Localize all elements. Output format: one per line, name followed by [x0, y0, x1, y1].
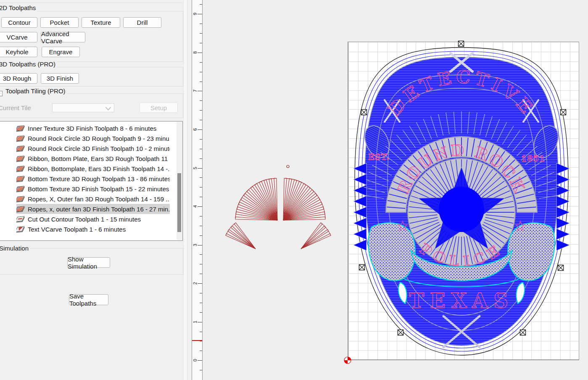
ruler-tick [200, 293, 202, 293]
button-vcarve[interactable]: VCarve [0, 32, 37, 42]
ruler-tick [200, 158, 202, 159]
ruler-tick [200, 254, 202, 255]
show-simulation-button[interactable]: Show Simulation [67, 257, 110, 268]
button-advanced-vcarve[interactable]: Advanced VCarve [41, 32, 85, 42]
ruler-tick [200, 312, 202, 313]
toolpath-label: Cut Out Contour Toolpath 1 - 15 minutes [28, 216, 141, 223]
button-contour[interactable]: Contour [1, 17, 37, 28]
3d-finish-toolpath-icon [16, 125, 24, 131]
ruler-tick [200, 4, 202, 5]
button-pocket[interactable]: Pocket [40, 17, 79, 28]
ruler-tick [200, 264, 202, 264]
button-keyhole[interactable]: Keyhole [0, 47, 37, 57]
small-circle-vector [287, 165, 289, 168]
button-3d-rough[interactable]: 3D Rough [0, 73, 37, 84]
3d-rough-toolpath-icon [16, 156, 24, 161]
current-tile-select [52, 103, 114, 112]
ruler-tick [200, 187, 202, 187]
ruler-tick [200, 43, 202, 43]
panel-splitter[interactable] [183, 0, 187, 380]
ruler-tick [200, 100, 202, 101]
save-toolpaths-button[interactable]: Save Toolpaths [69, 294, 108, 305]
setup-button: Setup [140, 103, 178, 113]
contour-toolpath-icon [16, 216, 24, 222]
chevron-down-icon [105, 104, 111, 110]
toolpath-list-item[interactable]: Bottom Texture 3D Finish Toolpath 15 - 2… [16, 184, 170, 194]
toolpath-list-item[interactable]: Bottom Texture 3D Rough Toolpath 13 - 86… [16, 174, 170, 184]
toolpath-label: Ribbon, Bottom Plate, Ears 3D Rough Tool… [28, 155, 170, 162]
toolpath-label: Bottom Texture 3D Finish Toolpath 15 - 2… [28, 185, 169, 193]
button-texture[interactable]: Texture [82, 17, 120, 28]
button-engrave[interactable]: Engrave [42, 47, 80, 57]
ruler-tick [200, 110, 202, 111]
vcarve-toolpath-icon [16, 226, 24, 232]
toolpath-list-item-selected[interactable]: Ropes, x, outer fan 3D Finish Toolpath 1… [16, 204, 170, 214]
toolpath-list-item[interactable]: Text VCarve Toolpath 1 - 6 minutes [16, 224, 170, 234]
button-drill[interactable]: Drill [123, 17, 161, 28]
3d-finish-toolpath-icon [16, 186, 24, 192]
ruler-label: 2 [192, 280, 198, 286]
ruler-tick [200, 139, 202, 140]
ruler-label: 3 [192, 242, 198, 248]
toolpath-panel: 2D Toolpaths Contour Pocket Texture Dril… [0, 0, 183, 380]
panel-divider [0, 3, 183, 3]
ruler-tick [200, 351, 202, 351]
canvas-2d-view[interactable]: DETECTIVE ROUND ROCK POLICE TEXAS EST. 1… [203, 0, 588, 380]
group-label-toolpath-tiling: Toolpath Tiling (PRO) [4, 87, 67, 95]
ruler-label: 7 [192, 88, 198, 94]
ruler-tick [200, 33, 202, 34]
ruler-label: 5 [192, 165, 198, 171]
material-origin-marker [344, 357, 351, 364]
ruler-tick [200, 274, 202, 274]
toolpath-label: Inner Texture 3D Finish Toolpath 8 - 6 m… [28, 125, 156, 132]
ruler-tick [200, 303, 202, 303]
ruler-tick [200, 120, 202, 120]
right-stipple-ribbon [508, 223, 555, 281]
toolpath-list-item[interactable]: Inner Texture 3D Finish Toolpath 8 - 6 m… [16, 123, 170, 133]
3d-rough-toolpath-icon [16, 196, 24, 202]
3d-rough-toolpath-icon [16, 176, 24, 182]
toolpath-list-item[interactable]: Ribbon, Bottomplate, Ears 3D Finish Tool… [16, 164, 170, 174]
fan-vector-group[interactable] [226, 165, 331, 249]
ruler-label: 0 [192, 357, 198, 363]
group-label-simulation: Simulation [0, 245, 30, 252]
toolpath-list-item[interactable]: Round Rock Circle 3D Rough Toolpath 9 - … [16, 133, 170, 143]
ruler-tick [200, 24, 202, 24]
3d-finish-toolpath-icon [16, 145, 24, 151]
toolpath-list-item[interactable]: Round Rock Circle 3D Finish Toolpath 10 … [16, 143, 170, 153]
toolpath-label: Ropes, x, outer fan 3D Finish Toolpath 1… [28, 206, 170, 213]
toolpath-label: Round Rock Circle 3D Rough Toolpath 9 - … [28, 135, 170, 142]
toolpath-list-item[interactable]: Ribbon, Bottom Plate, Ears 3D Rough Tool… [16, 153, 170, 164]
ruler-tick [200, 370, 202, 370]
ruler-tick [200, 72, 202, 72]
left-stipple-ribbon [368, 223, 415, 281]
current-tile-label: Current Tile [0, 104, 31, 111]
toolpath-label: Text VCarve Toolpath 1 - 6 minutes [28, 226, 126, 233]
ruler-tick [200, 332, 202, 332]
ruler-tick [200, 177, 202, 178]
badge-vector-group[interactable]: DETECTIVE ROUND ROCK POLICE TEXAS EST. 1… [353, 48, 570, 355]
ruler-tick [200, 235, 202, 236]
list-scrollbar [177, 122, 182, 240]
badge-text-est: EST. [368, 152, 390, 161]
toolpath-list-item[interactable]: Cut Out Contour Toolpath 1 - 15 minutes [16, 214, 170, 224]
ruler-label: 6 [192, 127, 198, 132]
ruler-tick [200, 197, 202, 197]
toolpath-label: Ribbon, Bottomplate, Ears 3D Finish Tool… [28, 165, 170, 172]
ruler-tick [200, 226, 202, 226]
ruler-tick [200, 216, 202, 216]
ruler-tick [200, 149, 202, 149]
list-scrollbar-thumb[interactable] [177, 173, 181, 232]
ruler-tick [200, 341, 202, 341]
ruler-tick [200, 82, 202, 82]
3d-finish-toolpath-icon [16, 166, 24, 172]
vector-drawing: DETECTIVE ROUND ROCK POLICE TEXAS EST. 1… [203, 0, 588, 380]
toolpath-label: Ropes, X, Outer fan 3D Rough Toolpath 14… [28, 195, 170, 203]
vertical-ruler: 0123456789 [192, 0, 203, 380]
3d-finish-toolpath-icon [16, 206, 24, 212]
button-3d-finish[interactable]: 3D Finish [41, 73, 79, 84]
3d-rough-toolpath-icon [16, 135, 24, 141]
ruler-label: 8 [192, 50, 198, 55]
toolpath-list-item[interactable]: Ropes, X, Outer fan 3D Rough Toolpath 14… [16, 194, 170, 204]
ruler-label: 1 [192, 319, 198, 325]
